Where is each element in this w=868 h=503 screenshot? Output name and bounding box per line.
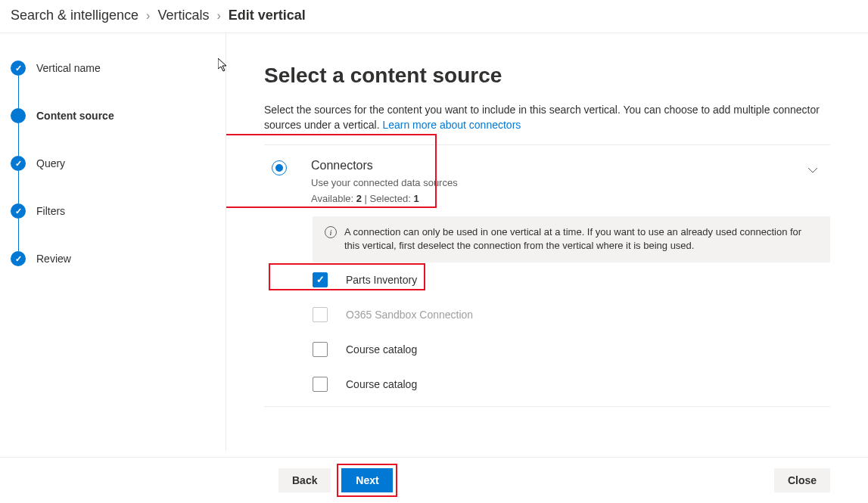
step-label: Review: [36, 253, 71, 265]
step-label: Vertical name: [36, 62, 101, 74]
close-button[interactable]: Close: [774, 468, 830, 492]
source-title: Connectors: [311, 159, 783, 172]
connector-list: Parts Inventory O365 Sandbox Connection …: [313, 262, 830, 402]
step-review[interactable]: Review: [11, 251, 215, 266]
info-icon: i: [325, 226, 337, 238]
connector-item: O365 Sandbox Connection: [313, 297, 830, 332]
step-label: Query: [36, 157, 65, 169]
connectors-source[interactable]: Connectors Use your connected data sourc…: [264, 145, 830, 216]
connector-label: Course catalog: [346, 343, 417, 356]
step-label: Filters: [36, 205, 65, 217]
step-label: Content source: [36, 110, 114, 122]
check-icon: [11, 203, 26, 219]
learn-more-link[interactable]: Learn more about connectors: [382, 119, 521, 131]
desc-text: Select the sources for the content you w…: [264, 104, 820, 131]
source-subtitle: Use your connected data sources: [311, 177, 783, 188]
wizard-steps: Vertical name Content source Query Filte…: [0, 33, 226, 451]
chevron-right-icon: ›: [146, 9, 150, 23]
step-query[interactable]: Query: [11, 156, 215, 171]
checkbox[interactable]: [313, 377, 328, 392]
connector-label: Parts Inventory: [346, 274, 417, 286]
connector-label: Course catalog: [346, 378, 417, 390]
breadcrumb-root[interactable]: Search & intelligence: [11, 8, 138, 23]
chevron-right-icon: ›: [216, 9, 220, 23]
chevron-down-icon[interactable]: [807, 165, 818, 178]
info-banner: i A connection can only be used in one v…: [313, 216, 830, 262]
connector-item[interactable]: Course catalog: [313, 367, 830, 402]
page-description: Select the sources for the content you w…: [264, 103, 830, 132]
checkbox[interactable]: [313, 272, 328, 287]
breadcrumb-verticals[interactable]: Verticals: [157, 8, 209, 23]
radio-connectors[interactable]: [272, 160, 287, 175]
connector-label: O365 Sandbox Connection: [346, 309, 473, 321]
dot-icon: [11, 108, 26, 123]
page-title: Select a content source: [264, 64, 830, 88]
checkbox[interactable]: [313, 342, 328, 357]
main-panel: Select a content source Select the sourc…: [226, 33, 868, 451]
info-text: A connection can only be used in one ver…: [344, 225, 818, 253]
step-content-source[interactable]: Content source: [11, 108, 215, 123]
step-vertical-name[interactable]: Vertical name: [11, 61, 215, 76]
check-icon: [11, 61, 26, 76]
step-filters[interactable]: Filters: [11, 203, 215, 219]
back-button[interactable]: Back: [278, 468, 331, 492]
check-icon: [11, 156, 26, 171]
connector-item[interactable]: Course catalog: [313, 332, 830, 367]
check-icon: [11, 251, 26, 266]
connector-item[interactable]: Parts Inventory: [313, 262, 830, 297]
source-meta: Available: 2 | Selected: 1: [311, 193, 783, 204]
breadcrumb: Search & intelligence › Verticals › Edit…: [0, 0, 868, 33]
checkbox: [313, 307, 328, 322]
wizard-footer: Back Next Close: [0, 457, 868, 503]
next-button[interactable]: Next: [341, 468, 393, 492]
breadcrumb-current: Edit vertical: [229, 8, 306, 23]
